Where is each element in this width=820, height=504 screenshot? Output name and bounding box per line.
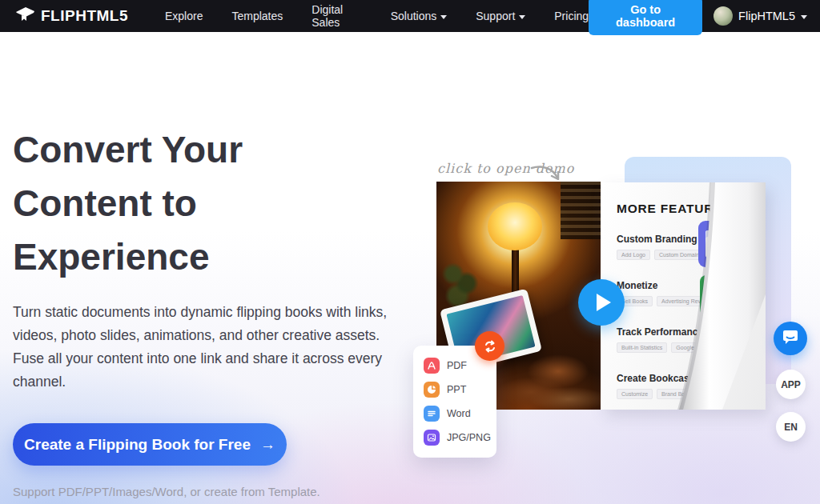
account-menu[interactable]: FlipHTML5 (713, 6, 807, 26)
nav-item-solutions[interactable]: Solutions (391, 10, 448, 22)
logo-text: FLIPHTML5 (41, 7, 128, 25)
lamp-graphic (488, 202, 542, 250)
format-row-word: Word (424, 402, 496, 426)
word-icon (424, 406, 440, 422)
nav-item-support[interactable]: Support (476, 10, 525, 22)
supported-formats-card: PDF PPT Word JPG/PNG (413, 346, 496, 458)
nav-links: Explore Templates Digital Sales Solution… (165, 3, 589, 29)
demo-book-page: MORE FEATURES Custom Branding Add Logo C… (601, 182, 766, 410)
play-icon (597, 294, 611, 311)
top-navbar: FLIPHTML5 Explore Templates Digital Sale… (0, 0, 820, 32)
play-demo-button[interactable] (578, 279, 625, 326)
arrow-right-icon: → (260, 436, 275, 454)
chevron-down-icon (801, 15, 807, 19)
go-to-dashboard-button[interactable]: Go to dashboard (589, 0, 702, 35)
page-title: Convert Your Content to Experience (13, 123, 329, 284)
window-blinds-graphic (561, 182, 601, 239)
nav-right-group: Go to dashboard FlipHTML5 (589, 0, 807, 35)
language-button[interactable]: EN (776, 412, 806, 442)
fliphtml5-logo-icon (14, 6, 35, 26)
nav-item-pricing[interactable]: Pricing (554, 10, 589, 22)
hero-section: Convert Your Content to Experience Turn … (0, 32, 820, 504)
nav-item-digital-sales[interactable]: Digital Sales (312, 3, 361, 29)
create-flipping-book-button[interactable]: Create a Flipping Book for Free → (13, 423, 287, 466)
chevron-down-icon (440, 15, 447, 19)
avatar (713, 6, 733, 26)
ppt-icon (424, 382, 440, 398)
supported-formats-note: Support PDF/PPT/Images/Word, or create f… (13, 485, 320, 498)
page-curl-graphic (601, 182, 766, 413)
format-row-ppt: PPT (424, 378, 496, 402)
fliphtml5-landing-page: FLIPHTML5 Explore Templates Digital Sale… (0, 0, 820, 504)
chevron-down-icon (519, 15, 525, 19)
chat-bubble-icon (782, 329, 799, 349)
nav-item-explore[interactable]: Explore (165, 10, 203, 22)
app-button[interactable]: APP (776, 370, 806, 399)
convert-sync-icon (475, 331, 504, 361)
live-chat-button[interactable] (774, 322, 807, 355)
hero-description: Turn static documents into dynamic flipp… (13, 301, 388, 394)
format-row-image: JPG/PNG (424, 426, 496, 450)
account-name: FlipHTML5 (738, 10, 795, 22)
pdf-icon (424, 358, 440, 374)
nav-item-templates[interactable]: Templates (231, 10, 283, 22)
fliphtml5-logo[interactable]: FLIPHTML5 (14, 6, 128, 26)
image-icon (424, 430, 440, 446)
